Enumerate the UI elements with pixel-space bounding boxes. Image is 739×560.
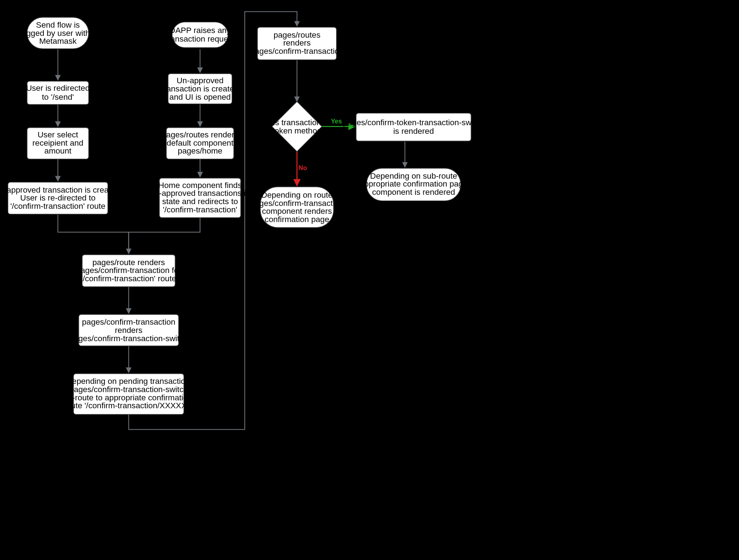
node-routes-home: pages/routes rendersdefault componentpag…	[162, 128, 239, 159]
node-unapproved-created-a: Un-approved transaction is created.User …	[0, 182, 122, 214]
svg-text:Depending on sub-routeappropri: Depending on sub-routeappropriate confir…	[360, 171, 468, 197]
svg-text:DAPP raises anytransaction req: DAPP raises anytransaction request	[165, 26, 235, 43]
label-yes: Yes	[331, 118, 342, 125]
node-confirm-tx-switch: pages/confirm-transactionrenderspages/co…	[69, 315, 188, 346]
node-is-token-method: Is transactiontoken method	[272, 102, 322, 151]
node-home-redirect: Home component findsun-approved transact…	[150, 178, 250, 218]
node-reroute-confirm: depending on pending transactionpages/co…	[64, 374, 194, 414]
flowchart: Yes No Send flow istrigged by user withi…	[0, 0, 739, 560]
node-select-recipient: User selectreceipient andamount	[27, 128, 89, 159]
node-dapp-start: DAPP raises anytransaction request	[165, 22, 235, 47]
node-route-confirm-tx: pages/route renderspages/confirm-transac…	[76, 255, 181, 287]
node-routes-confirm-tx: pages/routesrenderspages/confirm-transac…	[250, 27, 344, 60]
node-render-confirmation: Depending on routepages/confirm-transact…	[250, 187, 344, 227]
svg-text:Is transactiontoken method: Is transactiontoken method	[272, 118, 321, 135]
node-send-flow-start: Send flow istrigged by user withinMetama…	[19, 18, 96, 49]
node-unapproved-created-b: Un-approvedtransaction is createdand UI …	[161, 74, 239, 104]
svg-text:Home component findsun-approve: Home component findsun-approved transact…	[150, 181, 250, 214]
node-token-switch: pages/confirm-token-transaction-switchis…	[343, 113, 484, 141]
svg-text:depending on pending transacti: depending on pending transactionpages/co…	[64, 377, 194, 410]
node-redirect-send: User is redirectedto '/send'	[26, 81, 90, 104]
node-render-subroute: Depending on sub-routeappropriate confir…	[360, 168, 468, 201]
label-no: No	[298, 164, 307, 171]
